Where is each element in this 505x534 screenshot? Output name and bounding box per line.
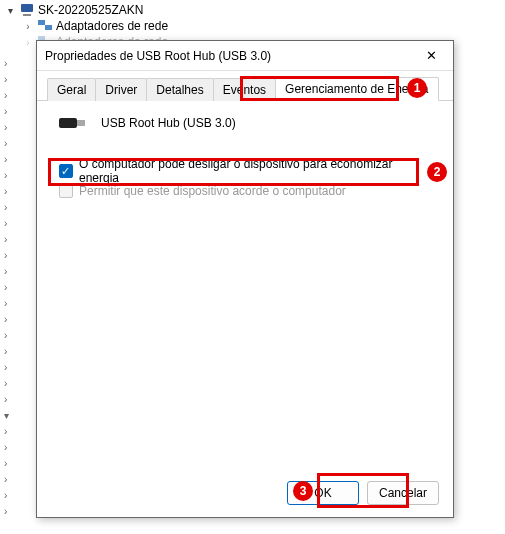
chevron-right-icon: › (4, 376, 9, 392)
tab-details[interactable]: Detalhes (146, 78, 213, 101)
tree-chevrons: › › › › › › › › › › › › › › › › › › › › … (4, 56, 9, 520)
chevron-right-icon: › (4, 296, 9, 312)
chevron-right-icon: › (22, 37, 34, 48)
chevron-right-icon: › (22, 21, 34, 32)
chevron-right-icon: › (4, 232, 9, 248)
tab-driver[interactable]: Driver (95, 78, 147, 101)
checkbox-icon: ✓ (59, 164, 73, 178)
chevron-down-icon: ▾ (4, 408, 9, 424)
checkbox-allow-power-off[interactable]: ✓ O computador pode desligar o dispositi… (59, 161, 435, 181)
chevron-right-icon: › (4, 72, 9, 88)
dialog-title: Propriedades de USB Root Hub (USB 3.0) (45, 49, 417, 63)
chevron-right-icon: › (4, 200, 9, 216)
chevron-right-icon: › (4, 312, 9, 328)
chevron-right-icon: › (4, 424, 9, 440)
computer-icon (20, 4, 34, 16)
chevron-right-icon: › (4, 440, 9, 456)
chevron-down-icon: ▾ (4, 5, 16, 16)
tab-power-management[interactable]: Gerenciamento de Energia (275, 77, 438, 101)
chevron-right-icon: › (4, 264, 9, 280)
chevron-right-icon: › (4, 120, 9, 136)
chevron-right-icon: › (4, 280, 9, 296)
tree-root-label: SK-20220525ZAKN (38, 3, 143, 17)
chevron-right-icon: › (4, 360, 9, 376)
chevron-right-icon: › (4, 392, 9, 408)
chevron-right-icon: › (4, 88, 9, 104)
dialog-buttons: OK Cancelar (287, 481, 439, 505)
chevron-right-icon: › (4, 248, 9, 264)
device-name-label: USB Root Hub (USB 3.0) (101, 116, 236, 130)
chevron-right-icon: › (4, 488, 9, 504)
chevron-right-icon: › (4, 472, 9, 488)
dialog-titlebar: Propriedades de USB Root Hub (USB 3.0) ✕ (37, 41, 453, 71)
chevron-right-icon: › (4, 136, 9, 152)
tree-item-network-adapters[interactable]: › Adaptadores de rede (0, 18, 505, 34)
chevron-right-icon: › (4, 344, 9, 360)
checkbox-group: ✓ O computador pode desligar o dispositi… (37, 139, 453, 201)
chevron-right-icon: › (4, 152, 9, 168)
tree-root-row[interactable]: ▾ SK-20220525ZAKN (0, 2, 505, 18)
chevron-right-icon: › (4, 328, 9, 344)
properties-dialog: Propriedades de USB Root Hub (USB 3.0) ✕… (36, 40, 454, 518)
checkbox-icon (59, 184, 73, 198)
chevron-right-icon: › (4, 504, 9, 520)
chevron-right-icon: › (4, 184, 9, 200)
chevron-right-icon: › (4, 104, 9, 120)
checkbox-label: O computador pode desligar o dispositivo… (79, 157, 435, 185)
checkbox-label: Permitir que este dispositivo acorde o c… (79, 184, 346, 198)
tab-general[interactable]: Geral (47, 78, 96, 101)
chevron-right-icon: › (4, 56, 9, 72)
tree-item-label: Adaptadores de rede (56, 19, 168, 33)
chevron-right-icon: › (4, 456, 9, 472)
network-adapter-icon (38, 20, 52, 32)
tab-events[interactable]: Eventos (213, 78, 276, 101)
dialog-tabs: Geral Driver Detalhes Eventos Gerenciame… (37, 71, 453, 101)
chevron-right-icon: › (4, 216, 9, 232)
chevron-right-icon: › (4, 168, 9, 184)
cancel-button[interactable]: Cancelar (367, 481, 439, 505)
ok-button[interactable]: OK (287, 481, 359, 505)
device-header: USB Root Hub (USB 3.0) (37, 101, 453, 139)
close-button[interactable]: ✕ (417, 48, 445, 63)
usb-icon (59, 115, 87, 131)
